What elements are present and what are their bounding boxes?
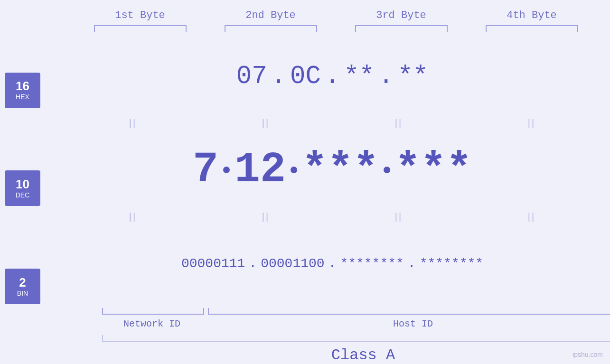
hex-sep-1: . [267,62,290,91]
dec-dot-1 [223,167,230,173]
hex-val-3: ** [344,62,375,91]
hex-badge: 16 HEX [5,73,40,108]
bin-sep-3: . [404,256,420,271]
dec-badge: 10 DEC [5,170,40,206]
watermark: ipshu.com [572,351,603,358]
equals-2-3: || [395,211,403,222]
hex-seg-4: ** [397,62,428,91]
dec-val-4: *** [395,146,472,194]
bin-val-1: 00000111 [181,256,245,271]
hex-sep-2: . [321,62,344,91]
bracket-2 [225,25,317,32]
dec-val-1: 7 [193,146,218,194]
equals-row-1: || || || || [40,116,610,130]
dec-row: 7 12 *** *** [40,130,610,209]
dec-values-with-dots: 7 12 *** *** [50,146,610,194]
equals-1-3: || [395,118,403,129]
bracket-3 [355,25,448,32]
hex-badge-number: 16 [16,80,29,92]
top-brackets [75,25,597,32]
dec-seg-2: 12 [235,146,286,194]
hex-sep-3: . [375,62,397,91]
network-host-section: Network ID Host ID [102,308,610,329]
byte-header-4: 4th Byte [475,9,589,21]
equals-2-1: || [129,211,137,222]
byte-headers: 1st Byte 2nd Byte 3rd Byte 4th Byte [75,9,597,21]
bin-sep-1: . [245,256,261,271]
equals-1-4: || [528,118,535,129]
bin-badge-label: BIN [17,289,28,297]
equals-1-content: || || || || [50,118,610,129]
dec-dot-2 [291,167,297,173]
bin-seg-2: 00001100 [261,256,324,271]
dec-val-3: *** [302,146,379,194]
bin-seg-1: 00000111 [181,256,245,271]
dec-val-2: 12 [235,146,286,194]
bracket-1 [94,25,187,32]
bottom-brackets [102,308,610,315]
class-section: Class A [102,335,610,364]
dec-dot-3 [384,167,390,173]
main-content: 16 HEX 10 DEC 2 BIN 07 . [0,37,610,364]
bin-badge: 2 BIN [5,269,40,304]
id-labels-row: Network ID Host ID [102,318,610,329]
bin-seg-4: ******** [420,256,483,271]
class-label-row: Class A [102,346,610,364]
badges-column: 16 HEX 10 DEC 2 BIN [0,37,40,364]
dec-seg-1: 7 [193,146,218,194]
bin-val-2: 00001100 [261,256,324,271]
hex-values-with-dots: 07 . 0C . ** . ** [50,62,610,91]
dec-badge-number: 10 [16,178,29,190]
equals-2-2: || [262,211,270,222]
byte-header-2: 2nd Byte [214,9,328,21]
equals-2-content: || || || || [50,211,610,222]
hex-val-4: ** [397,62,428,91]
equals-2-4: || [528,211,535,222]
host-id-label: Host ID [202,318,610,329]
bin-row: 00000111 . 00001100 . ******** . *******… [40,224,610,303]
bin-seg-3: ******** [340,256,404,271]
dec-badge-label: DEC [16,191,30,199]
bracket-4 [486,25,578,32]
hex-badge-label: HEX [16,93,29,101]
hex-row: 07 . 0C . ** . ** [40,37,610,116]
host-bracket [208,308,610,315]
byte-header-3: 3rd Byte [344,9,458,21]
network-bracket [102,308,204,315]
byte-header-1: 1st Byte [83,9,197,21]
values-area: 07 . 0C . ** . ** [40,37,610,364]
equals-1-2: || [262,118,270,129]
bin-sep-2: . [325,256,340,271]
bin-badge-number: 2 [19,276,26,289]
dec-seg-3: *** [302,146,379,194]
hex-seg-3: ** [344,62,375,91]
hex-val-2: 0C [290,62,321,91]
dec-seg-4: *** [395,146,472,194]
class-bracket [102,335,610,342]
main-container: 1st Byte 2nd Byte 3rd Byte 4th Byte 16 H… [0,0,610,364]
equals-1-1: || [129,118,137,129]
bin-val-3: ******** [340,256,404,271]
class-a-label: Class A [331,346,395,364]
network-id-label: Network ID [102,318,202,329]
hex-seg-1: 07 [236,62,267,91]
hex-seg-2: 0C [290,62,321,91]
bin-val-4: ******** [420,256,483,271]
equals-row-2: || || || || [40,210,610,224]
bin-values-with-dots: 00000111 . 00001100 . ******** . *******… [50,256,610,271]
hex-val-1: 07 [236,62,267,91]
